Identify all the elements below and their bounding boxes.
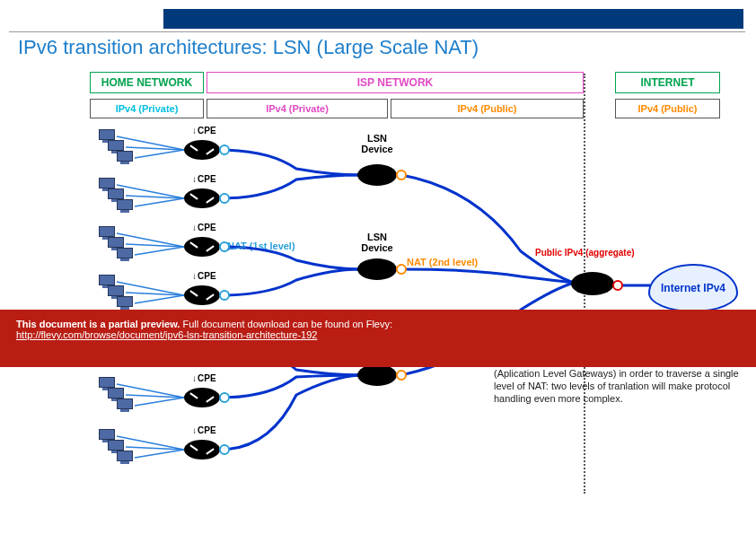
overlay-lead-rest: Full document download can be found on F… <box>182 319 392 329</box>
public-ipv4-aggregate-label: Public IPv4 (aggregate) <box>535 248 635 258</box>
home-row-3: CPE <box>9 221 593 271</box>
internet-cloud: Internet IPv4 <box>648 264 738 312</box>
zone-isp-network: ISP NETWORK <box>207 72 584 93</box>
lsn-device-label-2: LSN Device <box>350 232 404 253</box>
nat-2nd-level-label: NAT (2nd level) <box>407 257 478 267</box>
router-icon <box>184 237 220 257</box>
pc-group-icon <box>99 129 144 167</box>
router-icon <box>184 440 220 460</box>
segment-ipv4-private-home: IPv4 (Private) <box>90 99 204 118</box>
lsn-device-label-1: LSN Device <box>350 133 404 154</box>
home-row-1: CPE <box>9 124 593 174</box>
cpe-label: CPE <box>192 126 216 136</box>
router-icon <box>184 140 220 160</box>
segment-ipv4-public-internet: IPv4 (Public) <box>615 99 720 118</box>
cpe-label: CPE <box>192 425 216 435</box>
title-rule <box>9 31 745 32</box>
cpe-label: CPE <box>192 174 216 184</box>
svg-point-35 <box>613 281 622 290</box>
overlay-lead-bold: This document is a partial preview. <box>16 319 180 329</box>
cpe-label: CPE <box>192 271 216 281</box>
pc-group-icon <box>99 275 144 312</box>
router-icon <box>184 388 220 407</box>
page-title: IPv6 transition architectures: LSN (Larg… <box>18 36 479 59</box>
nat-1st-level-label: NAT (1st level) <box>227 241 295 251</box>
zone-home-network: HOME NETWORK <box>90 72 204 93</box>
home-row-7: CPE <box>9 424 593 474</box>
cpe-label: CPE <box>192 223 216 232</box>
pc-group-icon <box>99 178 144 215</box>
segment-ipv4-public-isp: IPv4 (Public) <box>391 99 584 118</box>
router-icon <box>184 188 220 208</box>
header-bar <box>163 9 743 29</box>
paragraph-2: (Aplication Level Gateways) in order to … <box>494 368 749 405</box>
router-icon <box>184 285 220 305</box>
cpe-label: CPE <box>192 373 216 383</box>
segment-ipv4-private-isp: IPv4 (Private) <box>207 99 388 118</box>
pc-group-icon <box>99 226 144 264</box>
pc-group-icon <box>99 429 144 467</box>
overlay-link[interactable]: http://flevy.com/browse/document/ipv6-ls… <box>16 329 317 340</box>
pc-group-icon <box>99 377 144 415</box>
home-row-2: CPE <box>9 172 593 223</box>
zone-internet: INTERNET <box>615 72 720 93</box>
preview-overlay-banner: This document is a partial preview. Full… <box>0 310 756 367</box>
